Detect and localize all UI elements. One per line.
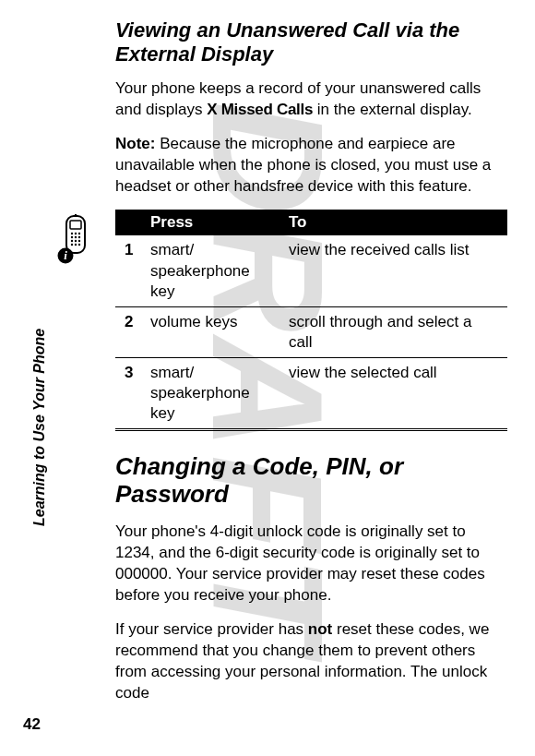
press-cell: smart/speakerphonekey [141, 235, 279, 306]
section-heading-1: Viewing an Unanswered Call via the Exter… [115, 18, 507, 67]
table-header-press: Press [141, 210, 279, 235]
note-label: Note: [115, 135, 160, 152]
table-row: 2 volume keys scroll through and select … [115, 306, 507, 357]
step-number: 1 [115, 235, 141, 306]
press-cell: smart/speakerphonekey [141, 357, 279, 429]
table-header-to: To [279, 210, 507, 235]
text-run: Because the microphone and earpiece are … [115, 135, 491, 195]
press-cell: volume keys [141, 306, 279, 357]
note-paragraph: Note: Because the microphone and earpiec… [115, 134, 507, 198]
paragraph: Your phone's 4-digit unlock code is orig… [115, 522, 507, 606]
to-cell: view the received calls list [279, 235, 507, 306]
step-number: 3 [115, 357, 141, 429]
page-content: Viewing an Unanswered Call via the Exter… [0, 0, 535, 736]
missed-calls-label: X Missed Calls [207, 101, 313, 118]
section-heading-2: Changing a Code, PIN, or Password [115, 453, 507, 509]
paragraph: Your phone keeps a record of your unansw… [115, 78, 507, 121]
table-header-blank [115, 210, 141, 235]
steps-table: Press To 1 smart/speakerphonekey view th… [115, 210, 507, 431]
table-row: 1 smart/speakerphonekey view the receive… [115, 235, 507, 306]
text-run: If your service provider has [115, 620, 308, 638]
paragraph: If your service provider has not reset t… [115, 619, 507, 704]
to-cell: scroll through and select a call [279, 306, 507, 357]
text-run: in the external display. [313, 101, 472, 118]
table-row: 3 smart/speakerphonekey view the selecte… [115, 357, 507, 429]
bold-text: not [308, 620, 332, 638]
to-cell: view the selected call [279, 357, 507, 429]
step-number: 2 [115, 306, 141, 357]
table-header-row: Press To [115, 210, 507, 235]
